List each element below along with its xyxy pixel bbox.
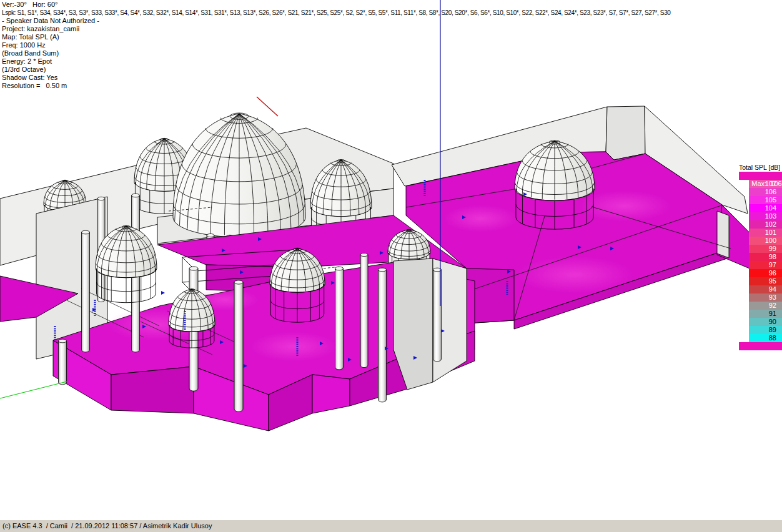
legend-color-scale: 1071061051041031021011009998979695949392…	[739, 180, 782, 342]
header-line: Resolution = 0.50 m	[2, 82, 671, 90]
legend-band-96: 96	[749, 269, 782, 277]
speaker-marker	[161, 291, 165, 295]
rb-tower	[606, 106, 645, 160]
legend-band-88: 88	[749, 334, 782, 342]
column	[234, 282, 243, 411]
header-line: Map: Total SPL (A)	[2, 33, 671, 41]
header-line: Lspk: S1, S1*, S34, S34*, S3, S3*, S33, …	[2, 9, 671, 17]
column-cap	[82, 230, 90, 234]
header-line: Project: kazakistan_camii	[2, 25, 671, 33]
legend-max-label: Max:	[751, 180, 766, 187]
axis-x	[257, 97, 278, 116]
column	[360, 255, 368, 368]
column-cap	[59, 339, 67, 343]
spl-hotspot	[250, 332, 337, 362]
column-cap	[207, 234, 214, 237]
column-cap	[379, 268, 387, 272]
column	[82, 232, 90, 352]
legend-band-95: 95	[749, 277, 782, 285]
status-bar: (c) EASE 4.3 / Camii / 21.09.2012 11:08:…	[0, 520, 782, 532]
column-cap	[360, 253, 368, 256]
spl-legend: Total SPL [dB] Max: 106,47 1071061051041…	[739, 164, 782, 350]
legend-band-94: 94	[749, 285, 782, 293]
column-cap	[234, 280, 243, 284]
legend-band-90: 90	[749, 318, 782, 326]
column-cap	[132, 194, 140, 197]
ease-render-window: Ver:-30° Hor: 60°Lspk: S1, S1*, S34, S34…	[0, 0, 782, 532]
floor-face	[111, 367, 194, 413]
legend-band-99: 99	[749, 245, 782, 253]
legend-band-101: 101	[749, 229, 782, 237]
column	[379, 270, 387, 402]
legend-band-93: 93	[749, 293, 782, 302]
legend-band-102: 102	[749, 220, 782, 229]
column-cap	[189, 267, 198, 270]
header-line: Energy: 2 * Epot	[2, 57, 671, 66]
floor-face	[312, 375, 350, 413]
column	[335, 268, 344, 370]
legend-min-label: Min:	[751, 350, 765, 358]
map-parameters-text: Ver:-30° Hor: 60°Lspk: S1, S1*, S34, S34…	[2, 1, 671, 90]
rb-pillar	[717, 211, 729, 258]
legend-band-97: 97	[749, 261, 782, 269]
spl-hotspot	[578, 190, 671, 222]
legend-band-91: 91	[749, 310, 782, 318]
header-line: - Speaker Data Not Authorized -	[2, 17, 671, 25]
spl-hotspot	[443, 205, 518, 232]
legend-min-value: 100,51	[768, 350, 782, 358]
axis-y	[0, 382, 67, 398]
header-line: Freq: 1000 Hz	[2, 41, 671, 49]
legend-band-105: 105	[749, 196, 782, 204]
header-line: (Broad Band Sum)	[2, 49, 671, 57]
legend-title: Total SPL [dB]	[739, 164, 782, 172]
legend-band-98: 98	[749, 253, 782, 261]
legend-min-bar: Min: 100,51	[739, 342, 782, 350]
header-line: Shadow Cast: Yes	[2, 74, 671, 82]
legend-band-92: 92	[749, 302, 782, 310]
legend-band-89: 89	[749, 326, 782, 334]
header-line: (1/3rd Octave)	[2, 66, 671, 74]
legend-band-104: 104	[749, 204, 782, 212]
column	[59, 341, 67, 385]
column-cap	[97, 197, 105, 200]
column-cap	[335, 267, 344, 270]
legend-band-103: 103	[749, 212, 782, 220]
header-line: Ver:-30° Hor: 60°	[2, 1, 671, 9]
legend-max-bar: Max: 106,47	[739, 172, 782, 180]
legend-band-100: 100	[749, 237, 782, 245]
legend-band-106: 106	[749, 188, 782, 196]
